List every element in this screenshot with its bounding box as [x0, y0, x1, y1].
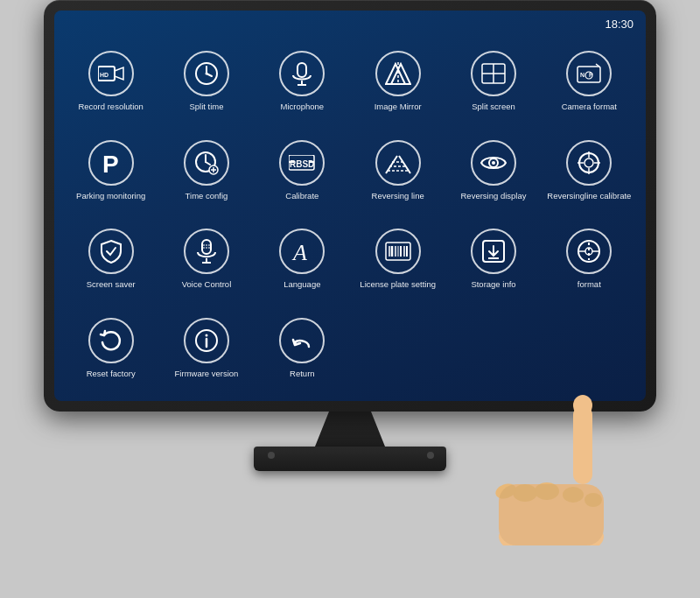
storage-info-label: Storage info	[471, 279, 515, 289]
split-screen-label: Split screen	[472, 102, 515, 111]
calibrate-label: Calibrate	[285, 191, 318, 201]
menu-item-time-config[interactable]: Time config	[158, 126, 254, 215]
screen-saver-label: Screen saver	[87, 279, 136, 289]
svg-line-31	[386, 156, 397, 173]
parking-monitoring-label: Parking monitoring	[76, 191, 145, 201]
firmware-version-label: Firmware version	[175, 369, 239, 378]
return-label: Return	[290, 369, 315, 378]
split-time-label: Split time	[189, 102, 223, 111]
hand-svg	[420, 353, 648, 545]
menu-item-voice-control[interactable]: Voice Control	[158, 215, 254, 304]
svg-marker-2	[115, 67, 123, 80]
record-resolution-label: Record resolution	[78, 102, 143, 111]
voice-control-label: Voice Control	[182, 279, 232, 289]
microphone-icon	[279, 51, 325, 96]
undo-icon	[279, 318, 325, 363]
eye-icon	[471, 140, 516, 186]
menu-item-format[interactable]: format	[542, 215, 637, 304]
download-box-icon	[471, 229, 516, 274]
reset-icon	[88, 318, 134, 363]
svg-line-32	[399, 156, 410, 173]
menu-item-screen-saver[interactable]: Screen saver	[63, 215, 158, 304]
menu-item-language[interactable]: A Language	[255, 215, 350, 304]
camera-format-icon: N P	[566, 51, 612, 96]
monitor-stand-base	[254, 447, 446, 471]
menu-item-reversing-line[interactable]: Reversing line	[350, 126, 445, 215]
svg-point-6	[205, 73, 207, 75]
menu-item-camera-format[interactable]: N P Camera format	[542, 37, 637, 126]
menu-item-return[interactable]: Return	[255, 304, 350, 393]
menu-item-reversingline-calibrate[interactable]: Reversingline calibrate	[542, 126, 637, 215]
language-label: Language	[284, 279, 320, 289]
svg-point-37	[492, 161, 495, 165]
menu-item-calibrate[interactable]: RBSD Calibrate	[255, 126, 350, 215]
svg-text:P: P	[102, 151, 119, 175]
image-mirror-icon	[375, 51, 421, 96]
menu-grid: HD Record resolution	[54, 11, 646, 401]
image-mirror-label: Image Mirror	[374, 102, 422, 111]
format-label: format	[578, 279, 601, 289]
camera-format-label: Camera format	[562, 102, 617, 111]
svg-rect-75	[573, 405, 592, 484]
menu-item-split-time[interactable]: Split time	[158, 37, 254, 126]
menu-item-license-plate[interactable]: License plate setting	[350, 215, 445, 304]
svg-rect-7	[298, 63, 306, 77]
letter-a-icon: A	[279, 229, 325, 274]
svg-text:A: A	[291, 240, 307, 264]
reversing-display-label: Reversing display	[461, 191, 527, 201]
menu-item-split-screen[interactable]: Split screen	[445, 37, 541, 126]
parking-icon: P	[88, 140, 134, 186]
reversing-line-label: Reversing line	[372, 191, 424, 201]
hand-overlay	[420, 353, 648, 545]
svg-point-76	[573, 395, 592, 416]
clock-icon	[184, 51, 229, 96]
menu-item-storage-info[interactable]: Storage info	[445, 215, 541, 304]
reset-factory-label: Reset factory	[87, 369, 136, 378]
info-icon	[184, 318, 229, 363]
calibrate-icon: RBSD	[279, 140, 325, 186]
monitor: 18:30 HD Record resolution	[35, 0, 665, 598]
svg-text:N: N	[580, 72, 584, 78]
microphone-alt-icon	[184, 229, 229, 274]
shield-check-icon	[88, 229, 134, 274]
format-disk-icon	[566, 229, 612, 274]
reversing-line-icon	[375, 140, 421, 186]
crosshair-icon	[566, 140, 612, 186]
menu-item-firmware-version[interactable]: Firmware version	[158, 304, 254, 393]
svg-line-23	[206, 162, 210, 165]
monitor-stand-neck	[315, 412, 385, 447]
menu-item-microphone[interactable]: Microphone	[255, 37, 350, 126]
menu-item-image-mirror[interactable]: Image Mirror	[350, 37, 445, 126]
hd-camera-icon: HD	[88, 51, 134, 96]
menu-item-reversing-display[interactable]: Reversing display	[445, 126, 541, 215]
svg-text:HD: HD	[100, 72, 108, 78]
barcode-icon	[375, 229, 421, 274]
reversingline-calibrate-label: Reversingline calibrate	[547, 191, 631, 201]
menu-item-reset-factory[interactable]: Reset factory	[63, 304, 158, 393]
time-display: 18:30	[605, 18, 634, 31]
svg-point-39	[584, 158, 593, 167]
svg-rect-44	[202, 240, 211, 254]
microphone-label: Microphone	[281, 102, 325, 111]
menu-item-parking-monitoring[interactable]: P Parking monitoring	[63, 126, 158, 215]
svg-rect-78	[499, 484, 604, 545]
screen: 18:30 HD Record resolution	[54, 11, 646, 401]
svg-text:RBSD: RBSD	[290, 159, 314, 169]
split-screen-icon	[471, 51, 516, 96]
license-plate-label: License plate setting	[360, 279, 436, 289]
menu-item-record-resolution[interactable]: HD Record resolution	[63, 37, 158, 126]
monitor-bezel: 18:30 HD Record resolution	[44, 0, 656, 412]
svg-point-68	[205, 334, 207, 336]
time-config-label: Time config	[186, 191, 228, 201]
time-config-icon	[184, 140, 229, 186]
